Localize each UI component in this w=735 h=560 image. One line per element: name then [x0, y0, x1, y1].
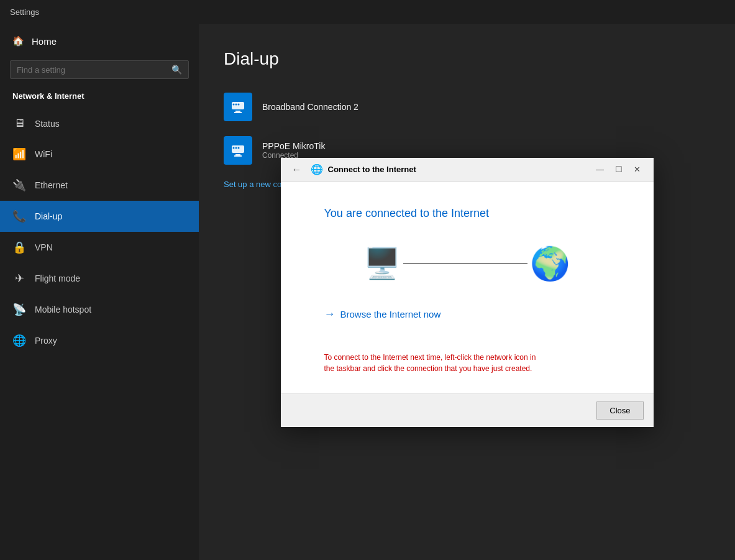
- home-icon: 🏠: [12, 35, 24, 47]
- dialog-window-controls: — ☐ ✕: [591, 163, 646, 177]
- dialog-body: You are connected to the Internet 🖥️ 🌍 →…: [281, 182, 654, 393]
- dialog-minimize-button[interactable]: —: [591, 163, 609, 177]
- sidebar-item-ethernet[interactable]: 🔌 Ethernet: [0, 170, 199, 201]
- flightmode-icon: ✈: [12, 272, 26, 285]
- browse-link-text: Browse the Internet now: [340, 309, 441, 319]
- dialog-title-globe-icon: 🌐: [311, 163, 323, 175]
- dialog-titlebar: ← 🌐 Connect to the Internet — ☐ ✕: [281, 158, 654, 182]
- dialog-footer: Close: [281, 393, 654, 427]
- connection-line: [403, 263, 527, 264]
- hint-text-2: the taskbar and click the connection tha…: [324, 364, 532, 373]
- status-icon: 🖥: [12, 117, 26, 130]
- sidebar-item-status[interactable]: 🖥 Status: [0, 108, 199, 139]
- dialog-title-text: Connect to the Internet: [328, 165, 587, 174]
- hint-text-1: To connect to the Internet next time, le…: [324, 353, 536, 362]
- sidebar-section-title: Network & Internet: [0, 86, 199, 108]
- sidebar-item-vpn[interactable]: 🔒 VPN: [0, 232, 199, 263]
- wifi-icon: 📶: [12, 147, 26, 161]
- proxy-icon: 🌐: [12, 334, 26, 347]
- search-input[interactable]: [17, 65, 171, 75]
- app-title: Settings: [10, 7, 39, 17]
- dialog-restore-button[interactable]: ☐: [610, 163, 628, 177]
- mobilehotspot-icon: 📡: [12, 303, 26, 316]
- search-icon[interactable]: 🔍: [171, 65, 182, 75]
- computer-icon: 🖥️: [363, 246, 401, 281]
- sidebar-item-label-ethernet: Ethernet: [35, 180, 68, 190]
- dialog-hint: To connect to the Internet next time, le…: [324, 352, 536, 374]
- dialog-close-action-button[interactable]: Close: [596, 402, 643, 420]
- dialog-close-button[interactable]: ✕: [629, 163, 646, 177]
- sidebar-item-label-status: Status: [35, 119, 60, 129]
- browse-internet-link[interactable]: → Browse the Internet now: [324, 308, 441, 321]
- home-label: Home: [32, 36, 57, 47]
- dialog-back-button[interactable]: ←: [288, 163, 306, 177]
- sidebar-item-home[interactable]: 🏠 Home: [0, 24, 199, 58]
- sidebar-item-dialup[interactable]: 📞 Dial-up: [0, 201, 199, 232]
- globe-icon: 🌍: [530, 245, 570, 283]
- vpn-icon: 🔒: [12, 241, 26, 254]
- connection-visual: 🖥️ 🌍: [363, 245, 570, 283]
- sidebar: 🏠 Home 🔍 Network & Internet 🖥 Status 📶 W…: [0, 24, 199, 560]
- main-content: Dial-up Broadband Connection 2: [199, 24, 735, 560]
- ethernet-icon: 🔌: [12, 178, 26, 192]
- sidebar-item-label-wifi: WiFi: [35, 149, 52, 159]
- sidebar-item-label-vpn: VPN: [35, 242, 53, 252]
- sidebar-item-label-proxy: Proxy: [35, 336, 57, 346]
- search-box[interactable]: 🔍: [10, 60, 189, 79]
- sidebar-item-label-flightmode: Flight mode: [35, 273, 80, 283]
- app-container: 🏠 Home 🔍 Network & Internet 🖥 Status 📶 W…: [0, 24, 735, 560]
- dialog-overlay: ← 🌐 Connect to the Internet — ☐ ✕ You ar…: [199, 24, 735, 560]
- sidebar-item-mobilehotspot[interactable]: 📡 Mobile hotspot: [0, 294, 199, 325]
- connected-text: You are connected to the Internet: [324, 207, 490, 220]
- title-bar: Settings: [0, 0, 735, 24]
- sidebar-item-wifi[interactable]: 📶 WiFi: [0, 139, 199, 170]
- sidebar-item-label-mobilehotspot: Mobile hotspot: [35, 305, 91, 314]
- sidebar-item-proxy[interactable]: 🌐 Proxy: [0, 325, 199, 356]
- sidebar-item-label-dialup: Dial-up: [35, 211, 62, 221]
- browse-arrow-icon: →: [324, 308, 336, 321]
- dialup-icon: 📞: [12, 209, 26, 223]
- connect-internet-dialog: ← 🌐 Connect to the Internet — ☐ ✕ You ar…: [281, 158, 654, 427]
- sidebar-item-flightmode[interactable]: ✈ Flight mode: [0, 263, 199, 294]
